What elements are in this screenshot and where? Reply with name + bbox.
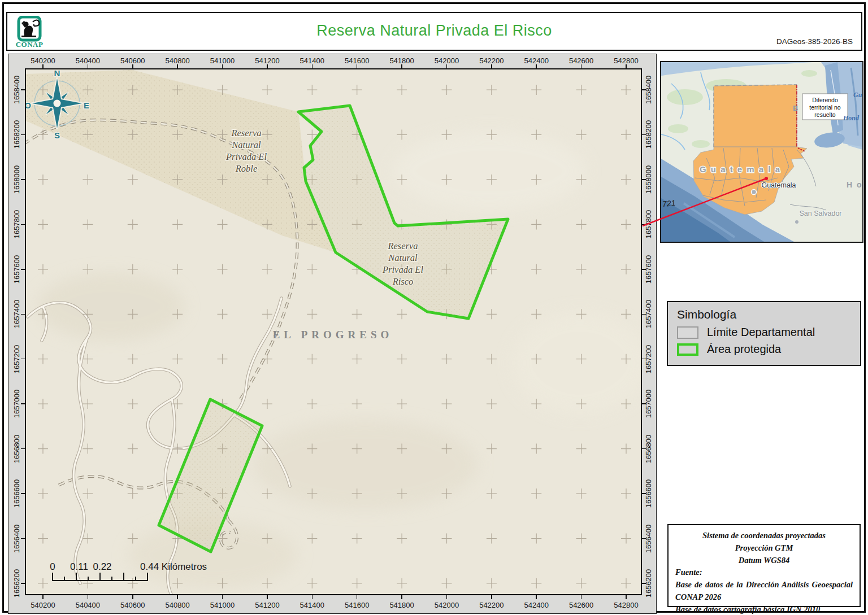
inset-city-label: Guatemala xyxy=(761,181,796,189)
x-coordinate-label-top: 541600 xyxy=(345,56,369,65)
legend-item-limite: Límite Departamental xyxy=(677,326,860,339)
x-coordinate-label-top: 542400 xyxy=(524,56,549,65)
departmental-limit-swatch xyxy=(677,326,698,339)
x-coordinate-label-bottom: 540200 xyxy=(31,601,55,609)
grid-tick-right xyxy=(642,224,646,225)
legend-item-area-protegida: Área protegida xyxy=(677,343,860,356)
label-el-roble: Reserva xyxy=(231,128,261,138)
compass-south-label: S xyxy=(54,130,60,140)
grid-tick-bottom xyxy=(222,595,223,599)
grid-tick-top xyxy=(536,64,537,68)
grid-tick-bottom xyxy=(357,595,358,599)
grid-tick-bottom xyxy=(177,595,178,599)
grid-tick-bottom xyxy=(42,595,44,599)
y-coordinate-label-left: 1658400 xyxy=(12,76,21,104)
grid-tick-bottom xyxy=(267,595,268,599)
x-coordinate-label-top: 540400 xyxy=(76,56,100,65)
grid-tick-left xyxy=(21,583,25,584)
compass-east-label: E xyxy=(84,101,89,110)
document-id: DAGeos-385-2026-BS xyxy=(776,37,853,46)
page-title: Reserva Natural Privada El Risco xyxy=(7,22,861,40)
x-coordinate-label-top: 541200 xyxy=(255,56,279,65)
map-frame: Reserva Natural Privada El Roble Reserva… xyxy=(8,54,657,614)
x-coordinate-label-top: 542000 xyxy=(435,56,459,65)
grid-tick-top xyxy=(401,64,402,68)
grid-tick-bottom xyxy=(312,595,313,599)
grid-tick-bottom xyxy=(132,595,133,599)
grid-tick-top xyxy=(222,64,223,68)
y-coordinate-label-left: 1656600 xyxy=(12,479,21,508)
x-coordinate-label-top: 540600 xyxy=(120,56,145,65)
honduras-gray-fragment: H o xyxy=(847,180,862,189)
grid-tick-bottom xyxy=(626,595,627,599)
y-coordinate-label-left: 1658000 xyxy=(12,165,21,194)
x-coordinate-label-bottom: 541800 xyxy=(389,601,414,609)
y-coordinate-label-left: 1657800 xyxy=(12,210,21,239)
inset-graphics: Diferendo territorial no resuelto G u a … xyxy=(661,62,862,242)
source-line-1: Base de datos de la Dirección Análisis G… xyxy=(675,579,853,604)
grid-tick-bottom xyxy=(88,595,89,599)
grid-tick-bottom xyxy=(401,595,402,599)
gulf-label-fragment: Gu xyxy=(853,91,862,99)
inset-country-label: G u a t e m a l a xyxy=(700,164,781,174)
grid-tick-right xyxy=(642,448,646,450)
san-salvador-label: San Salvador xyxy=(799,210,841,217)
grid-tick-left xyxy=(21,403,25,404)
svg-text:Diferendo: Diferendo xyxy=(812,97,838,103)
conap-logo-text: CONAP xyxy=(16,40,44,49)
label-department-el-progreso: EL PROGRESO xyxy=(273,329,393,341)
grid-tick-right xyxy=(642,359,646,360)
x-coordinate-label-bottom: 542800 xyxy=(614,601,638,609)
grid-tick-right xyxy=(642,314,646,315)
x-coordinate-label-bottom: 541600 xyxy=(345,601,369,609)
reserve-swath-el-roble xyxy=(26,70,336,252)
y-coordinate-label-left: 1656800 xyxy=(12,434,21,463)
svg-text:Natural: Natural xyxy=(388,252,418,263)
compass-west-label: O xyxy=(26,101,31,110)
x-coordinate-label-bottom: 542400 xyxy=(524,601,549,609)
grid-tick-left xyxy=(21,448,25,450)
grid-tick-top xyxy=(581,64,582,68)
source-line-2: Base de datos cartografía básica IGN 201… xyxy=(675,604,853,615)
y-coordinate-label-left: 1657000 xyxy=(12,390,21,418)
projection-line: Proyección GTM xyxy=(675,542,853,555)
source-info-box: Sistema de coordenadas proyectadas Proye… xyxy=(667,524,861,607)
protected-area-swatch xyxy=(677,343,698,356)
grid-tick-left xyxy=(21,224,25,225)
grid-tick-left xyxy=(21,179,25,180)
legend-title: Simbología xyxy=(677,308,860,321)
x-coordinate-label-bottom: 541400 xyxy=(300,601,324,609)
grid-tick-top xyxy=(132,64,133,68)
label-el-risco: Reserva xyxy=(387,241,418,251)
grid-tick-top xyxy=(88,64,89,68)
san-salvador-dot xyxy=(795,220,798,224)
x-coordinate-label-bottom: 541000 xyxy=(210,601,235,609)
belize-label-fragment: B xyxy=(793,104,798,112)
grid-tick-top xyxy=(42,64,44,68)
y-coordinate-label-left: 1656200 xyxy=(12,569,21,598)
map-document-page: CONAP Reserva Natural Privada El Risco D… xyxy=(0,0,868,615)
svg-text:0.11: 0.11 xyxy=(70,561,88,572)
x-coordinate-label-bottom: 542200 xyxy=(479,601,504,609)
crs-line: Sistema de coordenadas proyectadas xyxy=(675,530,853,542)
grid-tick-top xyxy=(177,64,178,68)
grid-tick-left xyxy=(21,269,25,270)
svg-text:Privada El: Privada El xyxy=(225,151,267,162)
grid-tick-left xyxy=(21,493,25,494)
grid-tick-left xyxy=(21,359,25,360)
x-coordinate-label-bottom: 540800 xyxy=(165,601,189,609)
x-coordinate-label-bottom: 540600 xyxy=(120,601,145,609)
grid-tick-right xyxy=(642,583,646,584)
grid-tick-bottom xyxy=(446,595,448,599)
grid-tick-top xyxy=(491,64,492,68)
x-coordinate-label-top: 542800 xyxy=(614,56,638,65)
map-graphics: Reserva Natural Privada El Roble Reserva… xyxy=(26,69,641,594)
y-coordinate-label-left: 1657400 xyxy=(12,300,21,329)
y-coordinate-label-left: 1658200 xyxy=(12,120,21,149)
territorial-note-box: Diferendo territorial no resuelto xyxy=(802,94,848,120)
grid-tick-bottom xyxy=(536,595,537,599)
grid-tick-right xyxy=(642,493,646,494)
inset-locator-map: Diferendo territorial no resuelto G u a … xyxy=(660,61,863,243)
grid-tick-right xyxy=(642,134,646,136)
grid-tick-left xyxy=(21,538,25,539)
